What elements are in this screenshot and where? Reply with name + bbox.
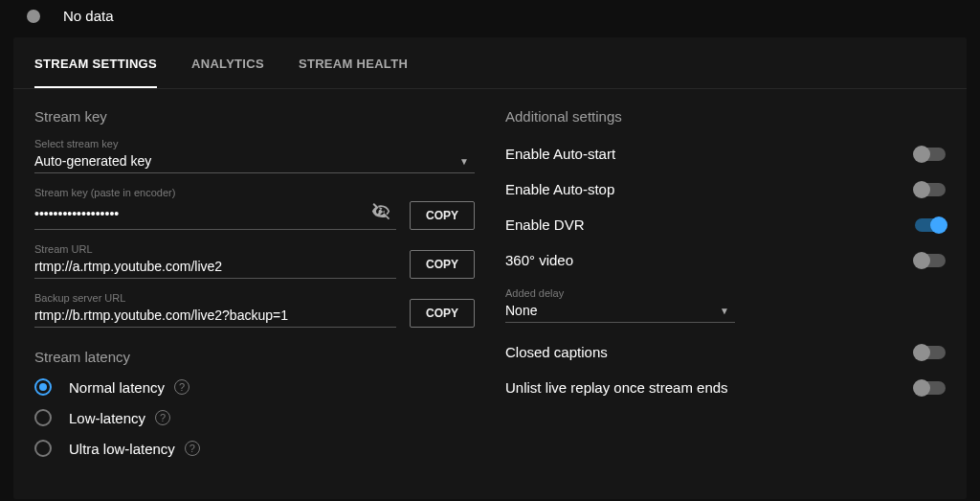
tabs-row: STREAM SETTINGS ANALYTICS STREAM HEALTH bbox=[13, 37, 967, 89]
help-icon[interactable]: ? bbox=[185, 441, 200, 456]
latency-low-label: Low-latency bbox=[69, 410, 145, 426]
auto-start-toggle[interactable] bbox=[915, 148, 946, 161]
help-icon[interactable]: ? bbox=[174, 379, 189, 395]
latency-normal-option[interactable]: Normal latency ? bbox=[34, 378, 475, 396]
backup-url-input[interactable]: rtmp://b.rtmp.youtube.com/live2?backup=1 bbox=[34, 306, 396, 328]
stream-key-heading: Stream key bbox=[34, 108, 475, 125]
auto-start-label: Enable Auto-start bbox=[505, 146, 615, 162]
select-stream-key-label: Select stream key bbox=[34, 138, 475, 149]
tab-stream-health[interactable]: STREAM HEALTH bbox=[299, 55, 408, 88]
auto-stop-label: Enable Auto-stop bbox=[505, 181, 614, 197]
added-delay-label: Added delay bbox=[505, 287, 946, 299]
stream-latency-heading: Stream latency bbox=[34, 349, 475, 365]
additional-settings-heading: Additional settings bbox=[505, 108, 946, 125]
status-dot-icon bbox=[27, 10, 40, 23]
select-stream-key-value: Auto-generated key bbox=[34, 153, 454, 169]
video360-toggle[interactable] bbox=[915, 254, 946, 267]
latency-ultra-label: Ultra low-latency bbox=[69, 441, 175, 457]
added-delay-value: None bbox=[505, 303, 714, 318]
status-label: No data bbox=[63, 8, 114, 24]
right-column: Additional settings Enable Auto-start En… bbox=[505, 108, 946, 470]
stream-url-input[interactable]: rtmp://a.rtmp.youtube.com/live2 bbox=[34, 257, 396, 279]
copy-stream-url-button[interactable]: COPY bbox=[410, 250, 475, 279]
latency-ultra-option[interactable]: Ultra low-latency ? bbox=[34, 440, 475, 457]
tab-stream-settings[interactable]: STREAM SETTINGS bbox=[34, 55, 157, 88]
added-delay-dropdown[interactable]: None ▼ bbox=[505, 301, 735, 323]
stream-url-label: Stream URL bbox=[34, 243, 396, 255]
help-icon[interactable]: ? bbox=[155, 410, 170, 425]
unlist-replay-label: Unlist live replay once stream ends bbox=[505, 379, 728, 396]
tab-analytics[interactable]: ANALYTICS bbox=[191, 55, 264, 88]
stream-key-value: •••••••••••••••••• bbox=[34, 206, 366, 221]
closed-captions-toggle[interactable] bbox=[915, 346, 946, 359]
latency-normal-label: Normal latency bbox=[69, 379, 165, 396]
stream-key-input[interactable]: •••••••••••••••••• bbox=[34, 200, 396, 230]
copy-backup-url-button[interactable]: COPY bbox=[410, 299, 475, 328]
visibility-off-icon[interactable] bbox=[366, 202, 396, 225]
chevron-down-icon: ▼ bbox=[454, 156, 475, 167]
left-column: Stream key Select stream key Auto-genera… bbox=[34, 108, 475, 470]
closed-captions-label: Closed captions bbox=[505, 344, 608, 360]
video360-label: 360° video bbox=[505, 252, 573, 268]
backup-url-value: rtmp://b.rtmp.youtube.com/live2?backup=1 bbox=[34, 307, 396, 323]
latency-low-option[interactable]: Low-latency ? bbox=[34, 409, 475, 426]
dvr-label: Enable DVR bbox=[505, 216, 585, 233]
chevron-down-icon: ▼ bbox=[714, 306, 735, 316]
radio-icon bbox=[34, 378, 52, 396]
settings-panel: STREAM SETTINGS ANALYTICS STREAM HEALTH … bbox=[13, 37, 967, 499]
auto-stop-toggle[interactable] bbox=[915, 183, 946, 196]
top-status-row: No data bbox=[0, 0, 980, 37]
stream-url-value: rtmp://a.rtmp.youtube.com/live2 bbox=[34, 259, 396, 274]
select-stream-key-dropdown[interactable]: Auto-generated key ▼ bbox=[34, 151, 475, 173]
copy-stream-key-button[interactable]: COPY bbox=[410, 201, 475, 230]
radio-icon bbox=[34, 409, 52, 426]
dvr-toggle[interactable] bbox=[915, 218, 946, 232]
backup-url-label: Backup server URL bbox=[34, 292, 396, 304]
stream-key-input-label: Stream key (paste in encoder) bbox=[34, 187, 396, 198]
unlist-replay-toggle[interactable] bbox=[915, 381, 946, 395]
radio-icon bbox=[34, 440, 52, 457]
